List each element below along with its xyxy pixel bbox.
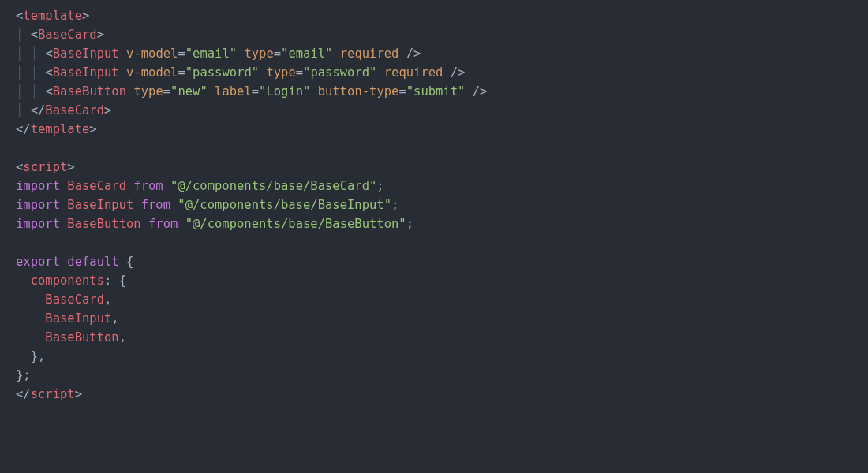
code-line: <script> xyxy=(16,160,75,174)
code-line: }, xyxy=(16,349,45,363)
code-line: BaseCard, xyxy=(16,292,111,307)
blank-line xyxy=(16,141,23,155)
code-line: import BaseCard from "@/components/base/… xyxy=(16,179,384,193)
code-line: </script> xyxy=(16,387,82,401)
code-editor[interactable]: <template> │ <BaseCard> │ │ <BaseInput v… xyxy=(0,0,868,404)
code-line: }; xyxy=(16,368,31,382)
code-line: │ │ <BaseButton type="new" label="Login"… xyxy=(16,84,487,99)
code-line: import BaseInput from "@/components/base… xyxy=(16,198,398,212)
code-line: │ │ <BaseInput v-model="email" type="ema… xyxy=(16,47,421,61)
code-line: <template> xyxy=(16,9,89,23)
blank-line xyxy=(16,236,23,250)
code-line: export default { xyxy=(16,255,133,269)
code-line: import BaseButton from "@/components/bas… xyxy=(16,217,413,231)
code-line: │ <BaseCard> xyxy=(16,28,104,42)
code-line: │ │ <BaseInput v-model="password" type="… xyxy=(16,65,465,80)
code-line: │ </BaseCard> xyxy=(16,103,111,117)
code-line: BaseInput, xyxy=(16,311,119,326)
code-line: components: { xyxy=(16,274,126,288)
code-line: BaseButton, xyxy=(16,330,126,345)
code-line: </template> xyxy=(16,122,97,136)
